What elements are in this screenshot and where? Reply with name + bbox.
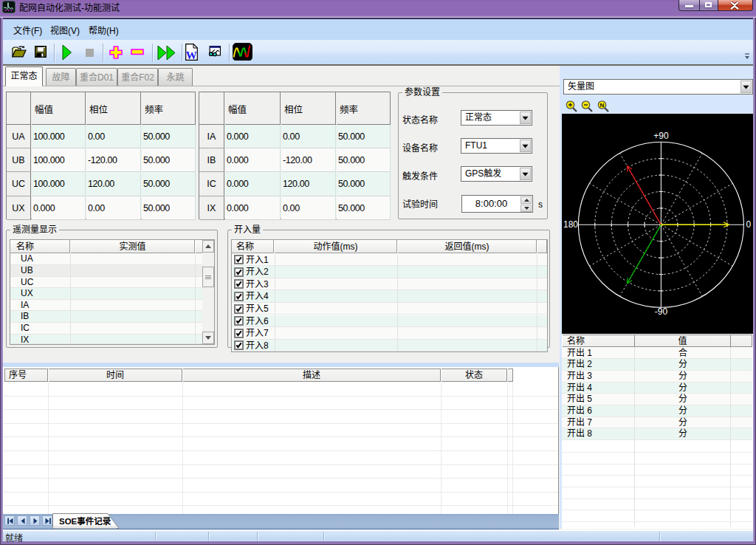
svg-text:N: N — [600, 102, 605, 109]
svg-text:180: 180 — [563, 219, 578, 230]
svg-text:-90: -90 — [655, 306, 668, 317]
svg-text:+90: +90 — [653, 131, 669, 141]
svg-text:0: 0 — [746, 219, 751, 230]
svg-text:W: W — [186, 49, 197, 61]
